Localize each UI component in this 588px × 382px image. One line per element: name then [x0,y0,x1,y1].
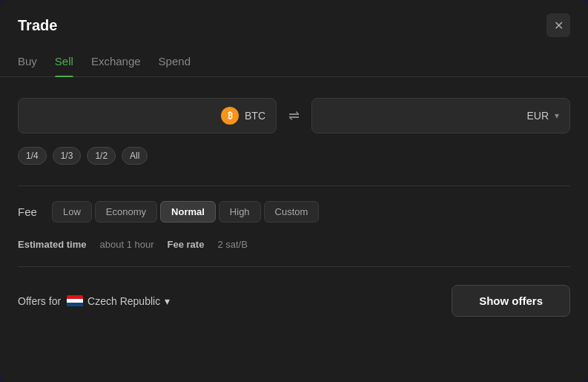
fee-btn-high[interactable]: High [219,201,261,223]
country-chevron-icon: ▾ [165,295,170,307]
divider-2 [18,266,570,267]
fee-options: Low Economy Normal High Custom [52,201,319,223]
fee-label: Fee [18,205,44,218]
from-currency-input[interactable]: ₿ BTC [18,98,277,134]
czech-flag [67,295,83,307]
fee-btn-normal[interactable]: Normal [160,201,216,223]
fee-btn-economy[interactable]: Economy [95,201,157,223]
estimated-time-value: about 1 hour [99,239,153,250]
to-currency-label: EUR [526,110,549,122]
fraction-row: 1/4 1/3 1/2 All [18,147,570,165]
fraction-btn-half[interactable]: 1/2 [87,147,116,165]
modal-title: Trade [18,17,57,34]
tab-bar: Buy Sell Exchange Spend [0,47,588,77]
fee-rate-label: Fee rate [168,239,205,250]
tab-spend[interactable]: Spend [159,47,191,76]
to-currency-input[interactable]: EUR ▾ [311,98,570,134]
trade-modal: Trade ✕ Buy Sell Exchange Spend ₿ BTC ⇌ … [0,0,588,382]
flag-stripe-bot [67,303,83,306]
modal-body: ₿ BTC ⇌ EUR ▾ 1/4 1/3 1/2 All Fee Low Ec… [0,77,588,335]
fee-row: Fee Low Economy Normal High Custom [18,201,570,223]
show-offers-button[interactable]: Show offers [452,285,570,317]
divider-1 [18,185,570,186]
tab-buy[interactable]: Buy [18,47,37,76]
fee-info-row: Estimated time about 1 hour Fee rate 2 s… [18,233,570,256]
tab-sell[interactable]: Sell [55,47,73,76]
offers-for-label: Offers for [18,295,61,307]
currency-dropdown-icon: ▾ [555,111,559,121]
fee-btn-custom[interactable]: Custom [264,201,320,223]
fraction-btn-all[interactable]: All [122,147,148,165]
country-select[interactable]: Czech Republic ▾ [67,295,170,307]
tab-exchange[interactable]: Exchange [91,47,141,76]
offers-for: Offers for Czech Republic ▾ [18,295,170,307]
modal-header: Trade ✕ [0,0,588,47]
fraction-btn-third[interactable]: 1/3 [53,147,82,165]
country-label: Czech Republic [87,295,160,307]
exchange-row: ₿ BTC ⇌ EUR ▾ [18,98,570,134]
from-currency-label: BTC [245,110,265,122]
swap-button[interactable]: ⇌ [285,105,303,127]
fee-rate-value: 2 sat/B [217,239,247,250]
close-button[interactable]: ✕ [546,13,570,37]
fraction-btn-quarter[interactable]: 1/4 [18,147,47,165]
estimated-time-label: Estimated time [18,239,86,250]
fee-btn-low[interactable]: Low [52,201,92,223]
btc-icon: ₿ [221,107,239,125]
footer-row: Offers for Czech Republic ▾ Show offers [18,285,570,317]
